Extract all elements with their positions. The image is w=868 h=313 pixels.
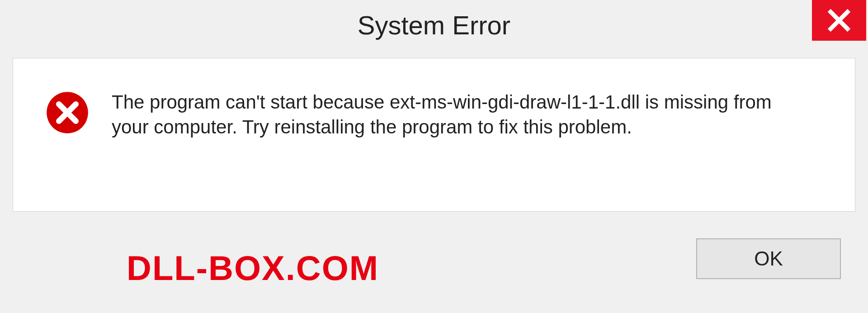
error-message: The program can't start because ext-ms-w… (112, 90, 812, 139)
error-dialog: System Error The program can't start bec… (0, 0, 868, 313)
dialog-title: System Error (358, 10, 510, 40)
error-icon (45, 90, 90, 137)
titlebar: System Error (0, 0, 868, 45)
close-button[interactable] (812, 0, 866, 41)
content-panel: The program can't start because ext-ms-w… (13, 58, 855, 212)
dialog-footer: DLL-BOX.COM OK (0, 223, 868, 313)
close-icon (826, 8, 852, 33)
watermark-text: DLL-BOX.COM (127, 248, 379, 288)
ok-button[interactable]: OK (696, 238, 841, 279)
